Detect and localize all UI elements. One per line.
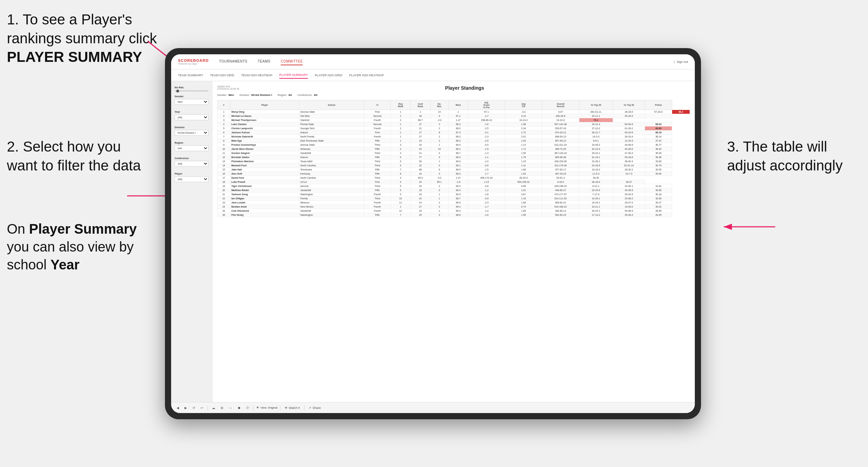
table-row: 2Michael La SassoOle MissSecond118067.1-…: [218, 114, 690, 118]
toolbar-record[interactable]: ⏺: [236, 405, 242, 410]
data-cell: 1: [391, 110, 411, 114]
subnav-team-h2h-grid[interactable]: TEAM H2H GRID: [210, 72, 234, 78]
data-cell: 18: [410, 188, 430, 192]
data-cell: 69.0: [448, 143, 468, 147]
nav-committee[interactable]: COMMITTEE: [281, 58, 303, 65]
data-cell: -1.7: [468, 205, 505, 209]
table-row: 5Christo LamprechtGeorgia TechFourth2212…: [218, 126, 690, 131]
subnav-team-h2h-heatmap[interactable]: TEAM H2H HEATMAP: [241, 72, 272, 78]
data-cell: 605-96-38: [542, 155, 579, 159]
table-row: 10Jacob Skov OlesenArkansasFifth2231068.…: [218, 147, 690, 151]
data-cell: 23: [410, 184, 430, 188]
sidebar-player-select[interactable]: (All): [175, 176, 209, 182]
data-cell: 5: [391, 184, 411, 188]
data-cell: 68.4: [448, 147, 468, 151]
data-cell: 0: [430, 151, 448, 155]
annotation-1-bold: PLAYER SUMMARY: [7, 49, 142, 65]
sidebar-region-select[interactable]: N/A: [175, 145, 209, 151]
toolbar-refresh[interactable]: ↺: [191, 405, 197, 410]
filter-region-label: Region:: [278, 93, 287, 97]
sidebar-conference-label: Conference: [175, 157, 209, 160]
annotation-sub: On Player Summary you can also view by s…: [7, 220, 158, 274]
data-cell: 8-6-1: [579, 139, 613, 143]
data-cell: 77: [410, 155, 430, 159]
data-cell: 9: [218, 143, 230, 147]
sidebar-slider-thumb: [176, 90, 179, 92]
data-cell: 20-14-3: [579, 147, 613, 151]
table-row: 26Petr HrubyWashingtonFifth725068.6-1.61…: [218, 213, 690, 217]
data-cell: -1.6: [468, 122, 505, 126]
data-cell: 13: [218, 159, 230, 164]
data-cell: 1: [430, 159, 448, 164]
table-row: 3Michael ThorbjornsenStanfordFourth268.7…: [218, 118, 690, 122]
table-row: 4Luke ClantonFlorida StateSecond127268.2…: [218, 122, 690, 126]
sidebar-year-select[interactable]: (All): [175, 114, 209, 120]
toolbar-back[interactable]: ◀: [175, 405, 180, 410]
data-cell: 54-51-4: [542, 176, 579, 180]
nav-teams[interactable]: TEAMS: [258, 58, 270, 65]
arrow-3: [689, 213, 779, 241]
data-cell: 19-11-1: [579, 114, 613, 118]
toolbar-grid[interactable]: ⊞: [219, 405, 225, 410]
sidebar-gender-select[interactable]: Men: [175, 99, 209, 105]
data-cell: 68.7: [448, 151, 468, 155]
toolbar-share[interactable]: ↗ Share: [307, 405, 322, 410]
sidebar-conference-select[interactable]: (All): [175, 161, 209, 167]
data-cell: 0.87: [505, 192, 542, 197]
data-cell: 607-63-12: [542, 139, 579, 143]
sidebar-slider[interactable]: [175, 90, 209, 91]
subnav-player-h2h-heatmap[interactable]: PLAYER H2H HEATMAP: [349, 72, 384, 78]
col-overall: OverallRecord: [542, 100, 579, 110]
data-cell: 69.0: [448, 159, 468, 164]
data-cell: 27-10-2: [579, 126, 613, 131]
data-cell: 2.34: [505, 126, 542, 131]
player-name-cell: Mats Ege: [230, 139, 299, 143]
data-cell: -0.1: [468, 131, 505, 135]
toolbar-forward[interactable]: ▶: [183, 405, 188, 410]
player-name-cell: Taehoon Song: [230, 192, 299, 197]
data-cell: 2: [391, 118, 411, 122]
data-cell: Fourth: [364, 135, 390, 139]
data-cell: 6: [218, 131, 230, 135]
data-cell: 21: [410, 151, 430, 155]
data-cell: 3.07: [542, 110, 579, 114]
toolbar-undo[interactable]: ↩: [199, 405, 205, 410]
points-cell: 73.1: [579, 118, 613, 122]
data-cell: -1.8: [468, 192, 505, 197]
data-cell: 12-16-3: [613, 139, 645, 143]
data-cell: 406-172-16: [468, 176, 505, 180]
school-cell: Kentucky: [299, 172, 364, 176]
school-cell: Arizona: [299, 184, 364, 188]
data-cell: 26-23-1: [579, 209, 613, 213]
data-cell: 10-10-2: [505, 118, 542, 122]
data-cell: 10-21-1: [579, 205, 613, 209]
subnav-team-summary[interactable]: TEAM SUMMARY: [178, 72, 203, 78]
player-name-cell: Bastian Amat: [230, 205, 299, 209]
data-cell: 50-18-6: [613, 155, 645, 159]
data-cell: 68.6: [448, 213, 468, 217]
subnav: TEAM SUMMARY TEAM H2H GRID TEAM H2H HEAT…: [171, 69, 695, 81]
data-cell: 1.66: [505, 168, 542, 172]
data-cell: 7: [218, 135, 230, 139]
player-name-cell: Petr Hruby: [230, 213, 299, 217]
data-cell: 1: [430, 209, 448, 213]
data-cell: 49-35-9: [613, 188, 645, 192]
toolbar-dash[interactable]: —: [227, 405, 233, 410]
toolbar-cloud[interactable]: ☁: [211, 405, 216, 410]
sign-out-link[interactable]: Sign out: [677, 60, 688, 64]
toolbar-clock[interactable]: ⏱: [245, 405, 251, 410]
sidebar-division-select[interactable]: NCAA Division I: [175, 130, 209, 136]
data-cell: 381-61-11: [579, 110, 613, 114]
data-cell: -1.7: [468, 172, 505, 176]
subnav-player-summary[interactable]: PLAYER SUMMARY: [279, 72, 308, 79]
player-name-cell: Christo Lamprecht: [230, 126, 299, 131]
data-cell: 17-14-2: [579, 213, 613, 217]
data-cell: 2: [218, 114, 230, 118]
toolbar-watch[interactable]: 👁 Watch ▾: [283, 405, 301, 410]
data-cell: 68.5: [448, 168, 468, 172]
data-cell: 12: [391, 209, 411, 213]
points-cell: 37.42: [645, 139, 672, 143]
nav-tournaments[interactable]: TOURNAMENTS: [219, 58, 247, 65]
subnav-player-h2h-grid[interactable]: PLAYER H2H GRID: [315, 72, 342, 78]
data-cell: 6: [391, 159, 411, 164]
